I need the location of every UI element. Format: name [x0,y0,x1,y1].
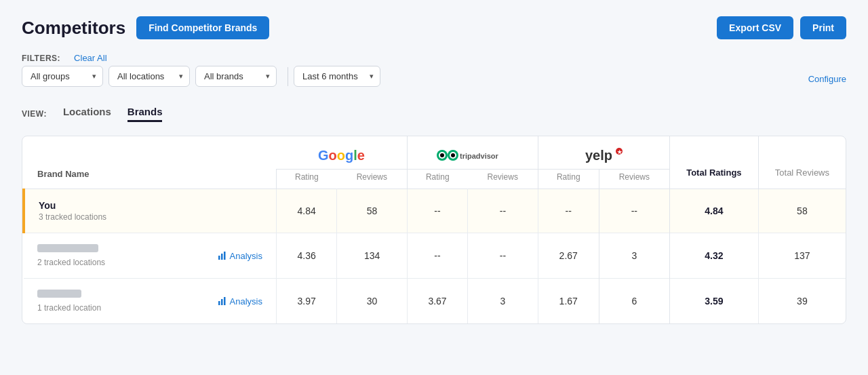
you-brand-cell: You 3 tracked locations [24,189,276,233]
tab-brands[interactable]: Brands [127,106,163,122]
date-range-filter[interactable]: Last 30 days Last 3 months Last 6 months… [294,66,380,87]
competitor2-tracked-locations: 1 tracked location [37,303,101,313]
competitor1-tracked-locations: 2 tracked locations [37,258,105,267]
analysis-chart-icon [218,296,227,306]
svg-point-6 [451,153,455,157]
google-logo: Google [281,144,401,166]
svg-rect-11 [218,256,220,260]
groups-filter[interactable]: All groups Group A Group B ▾ [22,66,103,87]
google-reviews-subheader: Reviews [337,170,408,189]
competitor1-tripadvisor-reviews: -- [468,233,538,279]
svg-rect-16 [224,297,226,305]
you-tracked-locations: 3 tracked locations [39,212,262,222]
table-row: 2 tracked locations Analysis [24,233,846,279]
svg-text:Google: Google [318,148,365,163]
competitor2-tripadvisor-rating: 3.67 [407,279,467,324]
competitor1-google-rating: 4.36 [276,233,336,279]
yelp-rating-subheader: Rating [538,170,599,189]
you-brand-name: You [39,200,262,211]
total-reviews-header: Total Reviews [758,136,846,189]
competitor2-google-reviews: 30 [337,279,408,324]
view-label: VIEW: [22,109,47,119]
find-competitor-brands-button[interactable]: Find Competitor Brands [136,16,269,39]
competitors-table: Brand Name Google [22,136,846,324]
competitor2-tripadvisor-reviews: 3 [468,279,538,324]
competitor1-analysis-link[interactable]: Analysis [218,251,262,261]
you-google-reviews: 58 [337,189,408,233]
table-row: You 3 tracked locations 4.84 58 -- -- --… [24,189,846,233]
brand-name-column-header: Brand Name [24,136,276,189]
competitor2-yelp-rating: 1.67 [538,279,599,324]
svg-rect-14 [218,301,220,305]
competitor2-google-rating: 3.97 [276,279,336,324]
tripadvisor-platform-header: tripadvisor [407,136,538,170]
date-range-select[interactable]: Last 30 days Last 3 months Last 6 months… [294,66,380,87]
locations-filter[interactable]: All locations Location A Location B ▾ [108,66,190,87]
total-ratings-header: Total Ratings [669,136,758,189]
page-title: Competitors [22,18,125,39]
competitor1-google-reviews: 134 [337,233,408,279]
filter-divider [288,67,288,86]
you-yelp-rating: -- [538,189,599,233]
competitor1-brand-name-blurred [37,244,98,252]
tripadvisor-reviews-subheader: Reviews [468,170,538,189]
brands-select[interactable]: All brands Brand A Brand B [195,66,277,87]
filters-row: All groups Group A Group B ▾ All locatio… [22,66,386,87]
table-row: 1 tracked location Analysis [24,279,846,324]
filters-label: FILTERS: [22,54,60,63]
competitor2-brand-name-blurred [37,290,81,298]
configure-link[interactable]: Configure [808,74,846,84]
yelp-reviews-subheader: Reviews [599,170,669,189]
export-csv-button[interactable]: Export CSV [717,16,793,39]
brands-filter[interactable]: All brands Brand A Brand B ▾ [195,66,277,87]
tripadvisor-rating-subheader: Rating [407,170,467,189]
locations-select[interactable]: All locations Location A Location B [108,66,190,87]
competitor1-yelp-reviews: 3 [599,233,669,279]
competitor2-analysis-link[interactable]: Analysis [218,296,262,307]
you-tripadvisor-rating: -- [407,189,467,233]
svg-text:yelp: yelp [585,148,612,163]
you-total-ratings: 4.84 [669,189,758,233]
svg-rect-15 [221,299,223,305]
you-total-reviews: 58 [758,189,846,233]
you-tripadvisor-reviews: -- [468,189,538,233]
competitor2-total-reviews: 39 [758,279,846,324]
you-yelp-reviews: -- [599,189,669,233]
svg-text:tripadvisor: tripadvisor [460,152,499,160]
svg-text:★: ★ [617,149,623,155]
google-platform-header: Google [276,136,407,170]
competitor1-total-reviews: 137 [758,233,846,279]
you-google-rating: 4.84 [276,189,336,233]
svg-point-3 [440,153,444,157]
clear-all-link[interactable]: Clear All [74,53,106,63]
tripadvisor-logo: tripadvisor [413,144,532,166]
yelp-logo: yelp ★ [544,144,664,166]
svg-rect-13 [224,252,226,260]
competitor1-tripadvisor-rating: -- [407,233,467,279]
google-rating-subheader: Rating [276,170,336,189]
print-button[interactable]: Print [800,16,846,39]
analysis-chart-icon [218,251,227,260]
view-tabs-row: VIEW: Locations Brands [22,106,846,122]
groups-select[interactable]: All groups Group A Group B [22,66,103,87]
filters-bar: FILTERS: Clear All [22,53,107,63]
competitor2-total-ratings: 3.59 [669,279,758,324]
competitor2-yelp-reviews: 6 [599,279,669,324]
competitor1-total-ratings: 4.32 [669,233,758,279]
competitor2-brand-cell: 1 tracked location Analysis [24,279,276,324]
svg-rect-12 [221,254,223,260]
yelp-platform-header: yelp ★ [538,136,669,170]
header-actions: Export CSV Print [717,16,846,39]
competitor1-yelp-rating: 2.67 [538,233,599,279]
competitor1-brand-cell: 2 tracked locations Analysis [24,233,276,279]
tab-locations[interactable]: Locations [63,106,111,122]
